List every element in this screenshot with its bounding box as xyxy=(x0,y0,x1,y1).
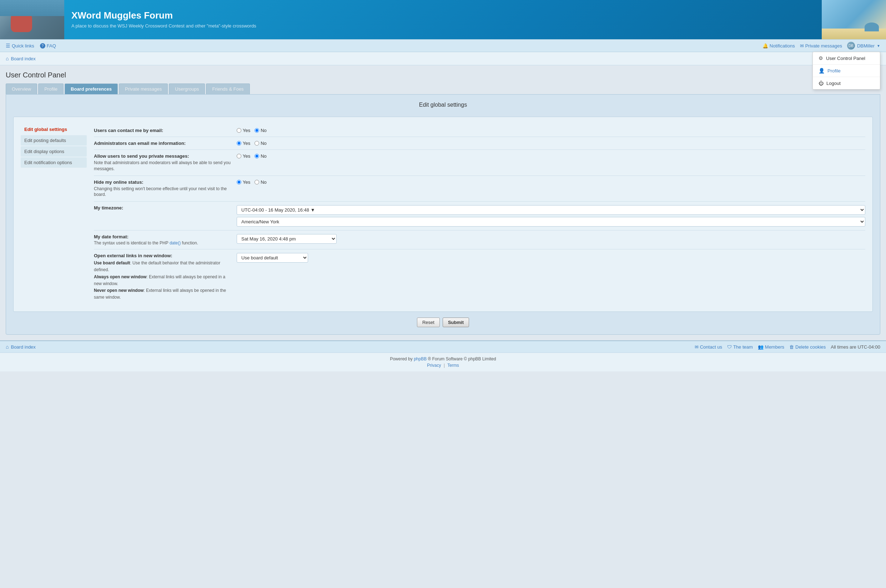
tab-overview[interactable]: Overview xyxy=(6,84,37,94)
private-messages-no-radio[interactable] xyxy=(255,154,259,158)
notifications-label: Notifications xyxy=(770,43,795,48)
form-control-private-messages: Yes No xyxy=(237,153,865,159)
breadcrumb: ⌂ Board index xyxy=(6,56,36,62)
profile-icon: 👤 xyxy=(818,68,824,74)
form-control-timezone: UTC-04:00 - 16 May 2020, 16:48 ▼ America… xyxy=(237,205,865,226)
private-messages-sublabel: Note that administrators and moderators … xyxy=(94,160,231,172)
footer-members-link[interactable]: 👥 Members xyxy=(758,344,784,350)
sidebar-item-posting-defaults[interactable]: Edit posting defaults xyxy=(21,135,87,146)
tab-profile[interactable]: Profile xyxy=(38,84,63,94)
terms-link[interactable]: Terms xyxy=(447,363,459,368)
footer-delete-cookies-link[interactable]: 🗑 Delete cookies xyxy=(789,344,826,350)
private-messages-label-text: Allow users to send you private messages… xyxy=(94,153,189,159)
external-links-desc: Use board default: Use the default behav… xyxy=(94,260,231,301)
date-format-sublabel2: function. xyxy=(182,240,198,246)
notifications-button[interactable]: 🔔 Notifications xyxy=(763,43,795,48)
admin-email-yes-option[interactable]: Yes xyxy=(237,141,250,146)
forum-title: XWord Muggles Forum xyxy=(71,10,815,21)
breadcrumb-bar: ⌂ Board index xyxy=(0,52,886,65)
form-row-private-messages: Allow users to send you private messages… xyxy=(94,150,865,176)
dropdown-ucp-label: User Control Panel xyxy=(826,56,865,61)
sidebar-item-global-settings[interactable]: Edit global settings xyxy=(21,124,87,135)
dropdown-profile[interactable]: 👤 Profile xyxy=(813,64,880,77)
user-menu-button[interactable]: DB DBMiller ▼ xyxy=(847,42,880,50)
footer-contact-icon: ✉ xyxy=(695,344,698,350)
online-status-no-option[interactable]: No xyxy=(255,180,267,185)
footer-members-label: Members xyxy=(765,344,784,350)
powered-by-text: Powered by xyxy=(390,357,412,362)
timezone-region-select[interactable]: America/New York xyxy=(237,217,865,226)
external-links-label-text: Open external links in new window: xyxy=(94,253,173,258)
contact-email-yes-radio[interactable] xyxy=(237,128,241,133)
footer-timezone-note: All times are UTC-04:00 xyxy=(830,344,880,350)
footer-shield-icon: 🛡 xyxy=(727,344,732,350)
top-nav: ☰ Quick links ? FAQ 🔔 Notifications ✉ Pr… xyxy=(0,39,886,52)
form-row-date-format: My date format: The syntax used is ident… xyxy=(94,231,865,249)
contact-email-no-option[interactable]: No xyxy=(255,128,267,133)
dropdown-profile-label: Profile xyxy=(827,68,841,74)
date-format-select[interactable]: Sat May 16, 2020 4:48 pm xyxy=(237,234,336,244)
external-links-desc2-bold: Always open new window xyxy=(94,274,146,279)
date-format-sublabel: The syntax used is identical to the PHP … xyxy=(94,240,231,246)
date-format-label-text: My date format: xyxy=(94,234,129,239)
dropdown-user-control-panel[interactable]: ⚙ User Control Panel xyxy=(813,52,880,64)
submit-button[interactable]: Submit xyxy=(443,318,469,327)
caret-icon: ▼ xyxy=(877,44,880,48)
footer-contact-us-link[interactable]: ✉ Contact us xyxy=(695,344,722,350)
user-dropdown-menu: ⚙ User Control Panel 👤 Profile ⏻ Logout xyxy=(812,52,880,90)
dropdown-logout[interactable]: ⏻ Logout xyxy=(813,77,880,89)
privacy-link[interactable]: Privacy xyxy=(427,363,441,368)
footer-home-icon: ⌂ xyxy=(6,344,9,350)
quicklinks-button[interactable]: ☰ Quick links xyxy=(6,43,34,48)
tab-usergroups[interactable]: Usergroups xyxy=(169,84,205,94)
sidebar-item-display-options[interactable]: Edit display options xyxy=(21,146,87,157)
tab-friends-foes[interactable]: Friends & Foes xyxy=(206,84,249,94)
form-label-date-format: My date format: The syntax used is ident… xyxy=(94,234,237,246)
reset-button[interactable]: Reset xyxy=(417,318,440,327)
quicklinks-label: Quick links xyxy=(12,43,34,48)
form-control-online-status: Yes No xyxy=(237,180,865,185)
contact-email-yes-option[interactable]: Yes xyxy=(237,128,250,133)
form-buttons-row: Reset Submit xyxy=(13,312,873,327)
username-label: DBMiller xyxy=(857,43,875,48)
footer-bottom-text: Powered by phpBB ® Forum Software © phpB… xyxy=(6,357,880,362)
online-status-yes-radio[interactable] xyxy=(237,180,241,184)
footer-divider: | xyxy=(444,363,445,368)
online-status-yes-option[interactable]: Yes xyxy=(237,180,250,185)
footer-the-team-link[interactable]: 🛡 The team xyxy=(727,344,753,350)
sidebar-item-notification-options[interactable]: Edit notification options xyxy=(21,158,87,168)
contact-email-no-radio[interactable] xyxy=(255,128,259,133)
footer-members-icon: 👥 xyxy=(758,344,764,350)
admin-email-yes-radio[interactable] xyxy=(237,141,241,146)
footer-rest-text: ® Forum Software © phpBB Limited xyxy=(428,357,496,362)
top-nav-right: 🔔 Notifications ✉ Private messages DB DB… xyxy=(763,42,880,50)
footer-board-index-link[interactable]: Board index xyxy=(11,344,35,350)
online-status-no-radio[interactable] xyxy=(255,180,259,184)
section-heading: Edit global settings xyxy=(13,102,873,111)
private-messages-yes-radio[interactable] xyxy=(237,154,241,158)
footer-the-team-label: The team xyxy=(733,344,753,350)
timezone-select[interactable]: UTC-04:00 - 16 May 2020, 16:48 ▼ xyxy=(237,205,865,215)
private-messages-no-option[interactable]: No xyxy=(255,153,267,159)
private-messages-yes-option[interactable]: Yes xyxy=(237,153,250,159)
online-status-sublabel: Changing this setting won't become effec… xyxy=(94,186,231,198)
admin-email-no-option[interactable]: No xyxy=(255,141,267,146)
settings-form: Users can contact me by email: Yes No xyxy=(94,124,865,304)
message-icon: ✉ xyxy=(800,43,804,48)
private-messages-button[interactable]: ✉ Private messages xyxy=(800,43,842,48)
dropdown-logout-label: Logout xyxy=(826,81,841,86)
hamburger-icon: ☰ xyxy=(6,43,11,48)
admin-email-no-radio[interactable] xyxy=(255,141,259,146)
tab-board-preferences[interactable]: Board preferences xyxy=(65,84,118,94)
board-index-link[interactable]: Board index xyxy=(11,56,35,62)
external-links-select[interactable]: Use board default xyxy=(237,253,308,262)
header-left-image xyxy=(0,0,64,39)
settings-sidebar: Edit global settings Edit posting defaul… xyxy=(21,124,87,304)
phpbb-link[interactable]: phpBB xyxy=(414,357,426,362)
forum-subtitle: A place to discuss the WSJ Weekly Crossw… xyxy=(71,23,815,28)
faq-button[interactable]: ? FAQ xyxy=(40,43,56,48)
date-function-link[interactable]: date() xyxy=(170,240,181,246)
footer-delete-cookies-label: Delete cookies xyxy=(795,344,826,350)
tab-private-messages[interactable]: Private messages xyxy=(119,84,168,94)
main-area: Edit global settings Edit global setting… xyxy=(0,94,886,340)
